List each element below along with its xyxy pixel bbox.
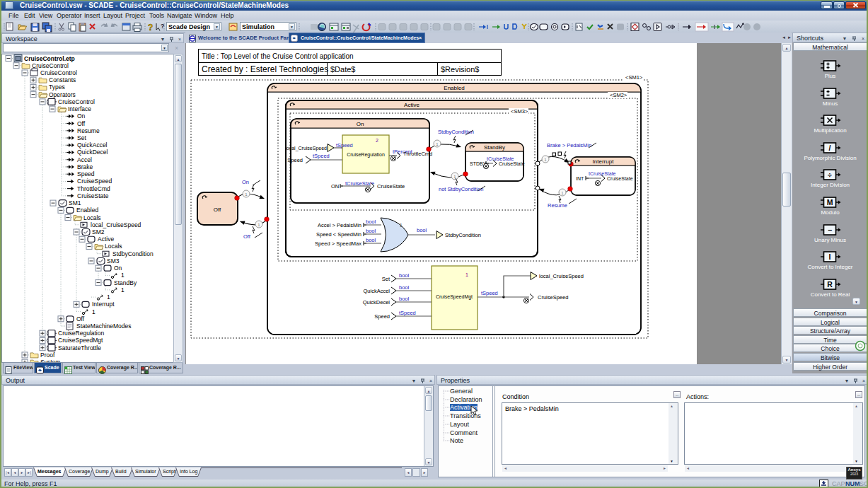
svg-text:System: System — [40, 359, 60, 362]
svg-text:<SM1>: <SM1> — [625, 74, 643, 81]
svg-text:CruiseControl: CruiseControl — [58, 98, 95, 105]
svg-text:local_CruiseSpeed: local_CruiseSpeed — [285, 146, 327, 151]
svg-text:SM2: SM2 — [92, 228, 105, 236]
svg-text:Set: Set — [382, 276, 390, 282]
svg-text:Operators: Operators — [49, 91, 76, 98]
svg-text:Off: Off — [243, 233, 251, 240]
svg-text:StdbyCondition: StdbyCondition — [112, 250, 154, 257]
svg-text:tSpeed: tSpeed — [481, 290, 498, 296]
svg-text:Brake: Brake — [77, 163, 93, 170]
svg-text:Speed: Speed — [374, 313, 390, 320]
svg-text:tCruiseState: tCruiseState — [345, 180, 374, 187]
svg-text:1: 1 — [107, 294, 110, 301]
svg-text:bool: bool — [366, 219, 376, 225]
svg-text:On: On — [357, 121, 364, 127]
svg-text:QuickDecel: QuickDecel — [77, 149, 108, 156]
svg-text:Speed < SpeedMin: Speed < SpeedMin — [316, 231, 361, 238]
svg-text:CruiseControl: CruiseControl — [32, 62, 69, 69]
svg-text:bool: bool — [399, 296, 410, 302]
svg-text:ThrottleCmd: ThrottleCmd — [77, 185, 110, 192]
svg-text:INT: INT — [576, 176, 584, 181]
svg-text:SM3: SM3 — [107, 257, 120, 265]
svg-text:/: / — [829, 144, 831, 152]
svg-text:StdbyCondition: StdbyCondition — [438, 129, 474, 135]
svg-text:Active: Active — [404, 102, 419, 108]
svg-text:Accel: Accel — [77, 156, 92, 163]
svg-text:1: 1 — [92, 308, 96, 315]
svg-text:Off: Off — [77, 120, 86, 127]
svg-text:Interface: Interface — [68, 105, 91, 112]
svg-text:1: 1 — [400, 223, 403, 228]
svg-text:Created by : Esterel Technolog: Created by : Esterel Technologies — [202, 64, 328, 74]
svg-text:tSpeed: tSpeed — [336, 142, 353, 149]
svg-text:Constants: Constants — [49, 76, 76, 83]
svg-text:Active: Active — [98, 236, 114, 243]
svg-text:1: 1 — [465, 272, 468, 277]
svg-text:CruiseState: CruiseState — [499, 161, 525, 166]
svg-text:Enabled: Enabled — [76, 207, 98, 214]
svg-text:On: On — [114, 265, 122, 272]
svg-text:bool: bool — [366, 237, 376, 243]
svg-text:SaturateThrottle: SaturateThrottle — [58, 344, 101, 352]
svg-text:÷: ÷ — [828, 170, 832, 179]
svg-text:CruiseState: CruiseState — [607, 176, 633, 181]
svg-text:Off: Off — [76, 315, 85, 323]
svg-text:CruiseRegulation: CruiseRegulation — [347, 152, 385, 158]
svg-text:ON: ON — [331, 183, 339, 190]
svg-text:Speed > SpeedMax: Speed > SpeedMax — [315, 240, 361, 247]
svg-text:bool: bool — [399, 284, 410, 291]
svg-text:bool: bool — [366, 228, 376, 234]
svg-text:Interrupt: Interrupt — [593, 158, 615, 165]
svg-text:I: I — [829, 252, 831, 261]
svg-text:M: M — [827, 198, 833, 207]
svg-text:Locals: Locals — [105, 243, 122, 250]
svg-text:Brake > PedalsMin: Brake > PedalsMin — [547, 142, 591, 149]
svg-text:local_CruiseSpeed: local_CruiseSpeed — [91, 221, 141, 228]
svg-text:Set: Set — [77, 134, 86, 141]
svg-text:CruiseRegulation: CruiseRegulation — [58, 330, 104, 337]
svg-text:CruiseState: CruiseState — [77, 192, 109, 199]
svg-text:StandBy: StandBy — [114, 279, 137, 286]
svg-text:Accel > PedalsMin: Accel > PedalsMin — [318, 222, 361, 228]
svg-text:bool: bool — [417, 227, 427, 233]
svg-text:Title : Top Level of the Cruis: Title : Top Level of the Cruise Control … — [202, 52, 354, 60]
svg-text:$Date$: $Date$ — [330, 65, 355, 74]
svg-text:Locals: Locals — [83, 214, 101, 221]
svg-text:not StdbyCondition: not StdbyCondition — [439, 186, 483, 192]
svg-text:QuickAccel: QuickAccel — [363, 288, 390, 294]
svg-text:$Revision$: $Revision$ — [441, 65, 479, 74]
svg-text:StandBy: StandBy — [484, 144, 505, 151]
svg-text:Interrupt: Interrupt — [92, 301, 115, 308]
svg-text:R: R — [827, 280, 833, 289]
svg-text:tSpeed: tSpeed — [313, 153, 330, 159]
svg-text:1: 1 — [121, 286, 125, 294]
svg-text:Resume: Resume — [77, 127, 100, 134]
svg-text:Enabled: Enabled — [444, 85, 464, 91]
svg-text:QuickAccel: QuickAccel — [77, 141, 108, 149]
svg-text:StateMachineModes: StateMachineModes — [76, 323, 132, 330]
svg-text:CruiseState: CruiseState — [377, 183, 405, 190]
svg-text:CruiseSpeedMgt: CruiseSpeedMgt — [436, 294, 473, 300]
svg-text:Speed: Speed — [287, 157, 303, 163]
svg-text:tCruiseState: tCruiseState — [487, 156, 514, 161]
svg-text:QuickDecel: QuickDecel — [363, 299, 390, 306]
svg-text:bool: bool — [399, 272, 410, 279]
svg-text:Types: Types — [49, 83, 65, 91]
svg-text:Speed: Speed — [77, 170, 95, 178]
svg-text:Resume: Resume — [548, 202, 567, 209]
svg-text:On: On — [77, 112, 86, 120]
svg-text:tCruiseState: tCruiseState — [589, 171, 616, 176]
svg-text:?: ? — [148, 23, 153, 33]
svg-text:local_CruiseSpeed: local_CruiseSpeed — [539, 273, 584, 279]
svg-text:Proof: Proof — [40, 352, 55, 359]
svg-text:Off: Off — [214, 207, 221, 213]
svg-text:CruiseControl: CruiseControl — [40, 69, 77, 76]
svg-text:On: On — [242, 179, 249, 185]
svg-text:tSpeed: tSpeed — [399, 310, 416, 316]
svg-text:<SM3>: <SM3> — [511, 108, 528, 115]
svg-text:−: − — [828, 226, 832, 234]
svg-text:StdbyCondition: StdbyCondition — [445, 232, 481, 238]
svg-text:SM1: SM1 — [69, 199, 81, 207]
svg-text:<SM2>: <SM2> — [610, 92, 627, 98]
svg-text:CruiseControl.etp: CruiseControl.etp — [24, 55, 75, 62]
